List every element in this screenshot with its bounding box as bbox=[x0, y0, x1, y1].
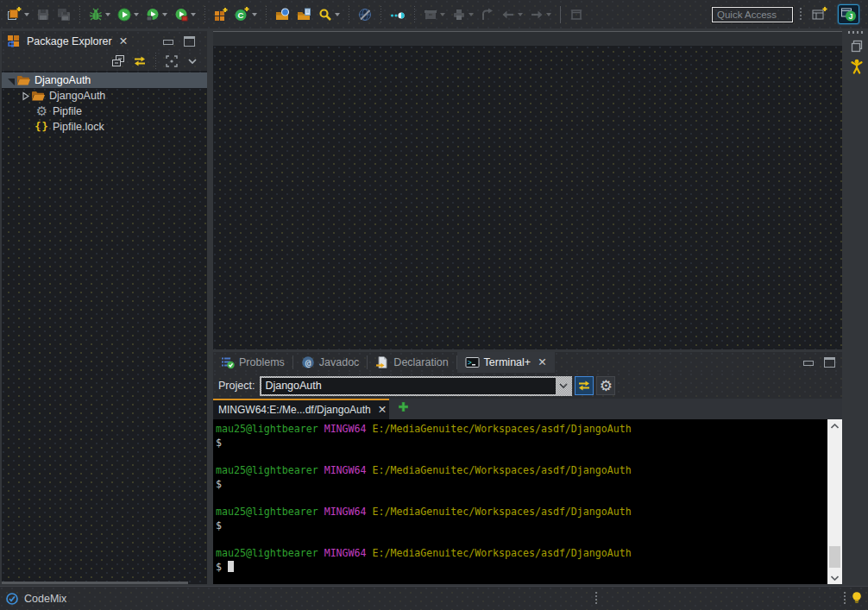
back-button[interactable] bbox=[499, 6, 525, 23]
tab-label: Declaration bbox=[393, 356, 448, 368]
terminal-prompt-line: mau25@lightbearer MINGW64 E:/MediaGenuit… bbox=[216, 546, 842, 560]
collapse-all-icon[interactable] bbox=[111, 54, 125, 68]
dropdown-caret[interactable] bbox=[105, 13, 110, 16]
new-project-button[interactable] bbox=[211, 6, 230, 23]
dropdown-caret[interactable] bbox=[252, 13, 257, 16]
open-type-button[interactable] bbox=[273, 6, 292, 23]
print-button[interactable] bbox=[450, 6, 476, 23]
archive-button[interactable] bbox=[421, 6, 448, 23]
settings-file-icon: ⚙ bbox=[35, 105, 49, 118]
minimize-icon[interactable] bbox=[803, 361, 814, 366]
live-preview-button[interactable] bbox=[387, 6, 408, 23]
status-grip[interactable] bbox=[595, 592, 597, 606]
terminal-session-tab[interactable]: MINGW64:E:/Me...df/DjangoAuth ✕ bbox=[213, 399, 389, 419]
new-module-button[interactable]: C bbox=[232, 5, 260, 23]
run-tool-button[interactable] bbox=[143, 6, 170, 23]
scroll-down-icon[interactable] bbox=[827, 571, 842, 584]
tab-label: Problems bbox=[239, 356, 285, 368]
web-browser-button[interactable] bbox=[355, 6, 374, 23]
lightbulb-icon[interactable] bbox=[851, 591, 863, 606]
codemix-status[interactable]: CodeMix bbox=[5, 592, 66, 606]
dropdown-caret[interactable] bbox=[191, 13, 196, 16]
quick-access-input[interactable] bbox=[712, 7, 793, 22]
run-server-button[interactable] bbox=[172, 6, 198, 23]
close-icon[interactable]: ✕ bbox=[119, 36, 128, 47]
package-explorer-tab-label[interactable]: Package Explorer bbox=[27, 35, 112, 47]
close-icon[interactable]: ✕ bbox=[538, 357, 546, 368]
tree-item-pipfile[interactable]: ⚙ Pipfile bbox=[2, 104, 207, 119]
open-resource-button[interactable] bbox=[294, 6, 314, 23]
run-button[interactable] bbox=[115, 6, 142, 23]
last-edit-location-button[interactable] bbox=[478, 6, 497, 23]
toolbar-separator bbox=[414, 6, 415, 23]
close-icon[interactable]: ✕ bbox=[378, 405, 387, 416]
devstyle-person-icon[interactable] bbox=[850, 59, 864, 74]
toolbar-separator bbox=[204, 6, 205, 23]
strip-grip[interactable] bbox=[848, 31, 865, 34]
status-grip[interactable] bbox=[844, 592, 846, 606]
scroll-up-icon[interactable] bbox=[827, 419, 842, 432]
dropdown-caret[interactable] bbox=[335, 13, 340, 16]
maximize-icon[interactable] bbox=[184, 36, 195, 47]
open-folder-icon bbox=[31, 90, 46, 102]
combobox-arrow-icon[interactable] bbox=[556, 378, 570, 394]
tree-item-folder[interactable]: DjangoAuth bbox=[2, 88, 207, 104]
maximize-icon[interactable] bbox=[824, 357, 835, 368]
terminal-scrollbar[interactable] bbox=[827, 419, 842, 584]
terminal-dollar-line: $ bbox=[216, 560, 842, 574]
search-button[interactable] bbox=[316, 6, 343, 23]
new-module-icon: C bbox=[235, 7, 249, 22]
project-combobox[interactable]: DjangoAuth bbox=[260, 376, 572, 396]
back-icon bbox=[501, 8, 515, 22]
java-perspective-button[interactable]: J bbox=[838, 4, 859, 24]
tab-javadoc[interactable]: @ Javadoc bbox=[293, 352, 368, 373]
tree-item-label: DjangoAuth bbox=[49, 90, 105, 102]
view-menu-icon[interactable] bbox=[186, 55, 198, 67]
tab-terminal[interactable]: > Terminal+ ✕ bbox=[457, 352, 555, 373]
dropdown-caret[interactable] bbox=[162, 13, 167, 16]
terminal-blank-line bbox=[216, 491, 842, 505]
dropdown-caret[interactable] bbox=[24, 13, 29, 16]
save-button[interactable] bbox=[34, 6, 53, 23]
project-combobox-value[interactable]: DjangoAuth bbox=[261, 378, 556, 394]
dropdown-caret[interactable] bbox=[518, 13, 523, 16]
debug-button[interactable] bbox=[86, 6, 113, 23]
expander-expanded-icon[interactable] bbox=[5, 76, 16, 85]
save-all-button[interactable] bbox=[54, 6, 73, 23]
tree-item-project[interactable]: DjangoAuth bbox=[2, 72, 207, 88]
horizontal-scrollbar[interactable] bbox=[2, 582, 188, 584]
restore-view-icon[interactable] bbox=[850, 39, 864, 53]
terminal-console[interactable]: mau25@lightbearer MINGW64 E:/MediaGenuit… bbox=[213, 419, 842, 584]
new-project-icon bbox=[214, 8, 228, 22]
link-with-editor-icon[interactable] bbox=[133, 54, 147, 68]
tab-declaration[interactable]: Declaration bbox=[368, 352, 456, 373]
minimize-icon[interactable] bbox=[163, 40, 173, 45]
open-perspective-button[interactable] bbox=[809, 5, 830, 23]
tab-problems[interactable]: Problems bbox=[213, 352, 292, 373]
new-terminal-button[interactable] bbox=[398, 400, 409, 416]
save-icon bbox=[36, 8, 50, 22]
dropdown-caret[interactable] bbox=[546, 13, 551, 16]
forward-button[interactable] bbox=[527, 6, 554, 23]
tree-item-pipfile-lock[interactable]: {} Pipfile.lock bbox=[2, 119, 207, 135]
java-perspective-icon: J bbox=[841, 8, 857, 22]
dropdown-caret[interactable] bbox=[469, 13, 474, 16]
dropdown-caret[interactable] bbox=[134, 13, 139, 16]
terminal-dollar-line: $ bbox=[216, 519, 842, 532]
package-explorer-view: Package Explorer ✕ DjangoAuth Djan bbox=[2, 31, 207, 584]
search-icon bbox=[318, 8, 332, 22]
terminal-blank-line bbox=[216, 450, 842, 463]
tree-item-label: DjangoAuth bbox=[35, 74, 91, 86]
dropdown-caret[interactable] bbox=[440, 13, 445, 16]
toolbar-separator bbox=[79, 6, 80, 23]
terminal-dollar-line: $ bbox=[216, 477, 842, 491]
scrollbar-thumb[interactable] bbox=[829, 546, 840, 568]
terminal-prompt-line: mau25@lightbearer MINGW64 E:/MediaGenuit… bbox=[216, 505, 842, 519]
link-terminal-toggle[interactable] bbox=[575, 376, 594, 395]
new-icon bbox=[7, 7, 22, 22]
terminal-settings-button[interactable]: ⚙ bbox=[596, 376, 615, 395]
focus-icon[interactable] bbox=[165, 54, 179, 68]
new-button[interactable] bbox=[4, 5, 32, 23]
new-editor-window-button[interactable] bbox=[567, 6, 586, 23]
expander-collapsed-icon[interactable] bbox=[20, 91, 31, 101]
